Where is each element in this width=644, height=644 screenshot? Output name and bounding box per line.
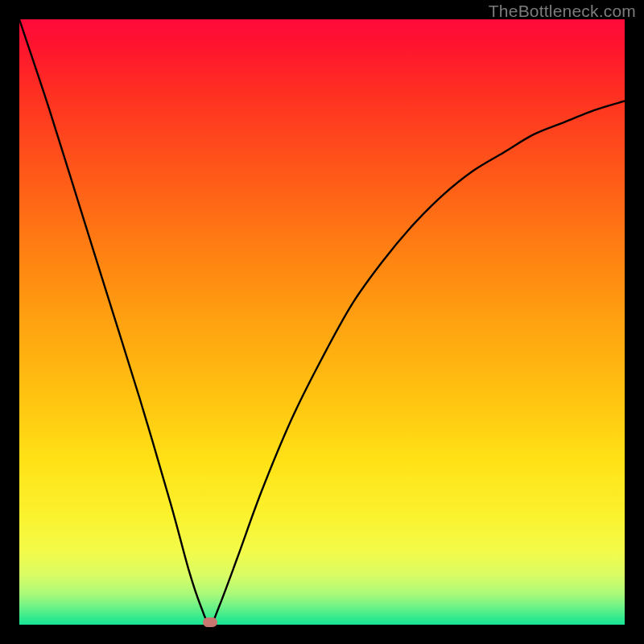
curve-path [19, 19, 625, 625]
plot-area [19, 19, 625, 625]
watermark-text: TheBottleneck.com [489, 2, 636, 21]
chart-frame: TheBottleneck.com [0, 0, 644, 644]
bottleneck-curve [19, 19, 625, 625]
minimum-marker [203, 617, 217, 627]
